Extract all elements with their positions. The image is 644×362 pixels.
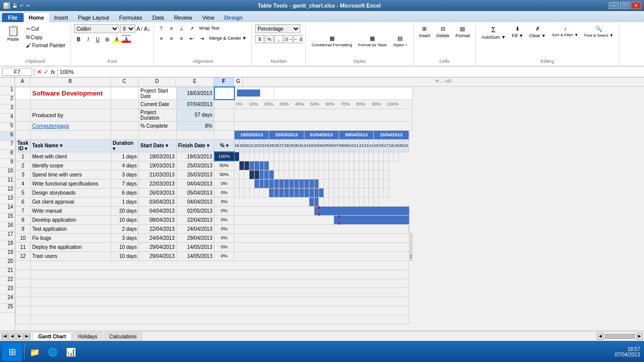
italic-button[interactable]: I (84, 35, 93, 43)
cut-button[interactable]: ✂ Cut (24, 25, 67, 33)
cell-e2[interactable]: 07/04/2013 (177, 100, 214, 109)
task-start-1[interactable]: 18/03/2013 (139, 152, 177, 161)
font-color-button[interactable]: A (122, 35, 131, 43)
task-finish-2[interactable]: 25/03/2013 (177, 161, 214, 170)
scroll-right-button[interactable]: ▶ (636, 333, 643, 340)
tab-home[interactable]: Home (24, 13, 49, 22)
cell-a5[interactable] (16, 130, 31, 139)
tab-review[interactable]: Review (169, 13, 197, 22)
align-top-button[interactable]: ⊤ (157, 24, 166, 32)
fill-color-button[interactable]: A (112, 35, 121, 43)
sheet-nav-last[interactable]: ▶| (24, 333, 31, 340)
increase-font-button[interactable]: A↑ (136, 26, 143, 32)
merge-center-button[interactable]: Merge & Center▼ (207, 34, 249, 42)
cell-e4[interactable]: 8% (177, 121, 214, 130)
cell-f3[interactable] (214, 109, 234, 121)
maximize-button[interactable]: □ (620, 2, 630, 9)
col-header-b[interactable]: B (30, 77, 111, 86)
sheet-tab-gantt[interactable]: Gantt Chart (33, 332, 71, 340)
underline-button[interactable]: U (93, 35, 102, 43)
col-header-e[interactable]: E (176, 77, 214, 86)
tab-view[interactable]: View (197, 13, 219, 22)
align-bottom-button[interactable]: ⊥ (177, 24, 186, 32)
cell-a4[interactable] (16, 121, 31, 130)
accounting-format-button[interactable]: $ (255, 35, 264, 43)
quick-access-undo[interactable]: ↩ (20, 3, 24, 8)
col-header-d[interactable]: D (138, 77, 176, 86)
cell-e3[interactable]: 57 days (177, 109, 214, 121)
task-finish-1[interactable]: 19/03/2013 (177, 152, 214, 161)
border-button[interactable]: ⊞ (103, 35, 112, 43)
cell-c2[interactable] (111, 100, 139, 109)
cell-d3[interactable]: Project Duration (139, 109, 177, 121)
delete-button[interactable]: ⊟ Delete (434, 24, 452, 40)
font-family-select[interactable]: Calibri (74, 24, 119, 33)
task-pct-1[interactable]: 100% (214, 152, 234, 161)
insert-button[interactable]: ⊞ Insert (417, 24, 433, 40)
cell-f4[interactable] (214, 121, 234, 130)
cell-b4[interactable]: Computergaga (31, 121, 111, 130)
insert-function-button[interactable]: fx (51, 69, 55, 75)
cell-f5[interactable] (214, 130, 234, 139)
bold-button[interactable]: B (74, 35, 83, 43)
fill-button[interactable]: ⬇ Fill ▼ (509, 24, 526, 40)
tab-formulas[interactable]: Formulas (114, 13, 147, 22)
task-dur-1[interactable]: 1 days (111, 152, 139, 161)
task-name-2[interactable]: Identify scope (31, 161, 111, 170)
clear-button[interactable]: ✗ Clear ▼ (527, 24, 548, 40)
cell-b2[interactable] (31, 100, 111, 109)
header-finish-date[interactable]: Finish Date ▾ (177, 139, 214, 152)
number-format-select[interactable]: Percentage General Number Currency Date (255, 24, 300, 33)
close-button[interactable]: ✕ (631, 2, 641, 9)
wrap-text-button[interactable]: Wrap Text (197, 24, 221, 32)
cell-c5[interactable] (111, 130, 139, 139)
decrease-font-button[interactable]: A↓ (144, 26, 150, 32)
sheet-nav-next[interactable]: ▶ (16, 333, 23, 340)
col-header-c[interactable]: C (111, 77, 138, 86)
autosum-button[interactable]: Σ AutoSum ▼ (479, 24, 508, 41)
indent-decrease-button[interactable]: ⇤ (187, 34, 196, 42)
align-middle-button[interactable]: ≡ (167, 24, 176, 32)
tab-insert[interactable]: Insert (49, 13, 73, 22)
task-id-2[interactable]: 2 (16, 161, 31, 170)
confirm-formula-button[interactable]: ✓ (44, 68, 49, 75)
cell-a3[interactable] (16, 109, 31, 121)
header-task-name[interactable]: Task Name ▾ (31, 139, 111, 152)
cell-c3[interactable] (111, 109, 139, 121)
taskbar-excel[interactable]: 📊 (63, 344, 79, 351)
horizontal-scrollbar[interactable]: ◀ ▶ (597, 333, 643, 340)
sort-filter-button[interactable]: ↕ Sort & Filter ▼ (549, 24, 581, 39)
cell-c1[interactable] (111, 87, 139, 100)
scroll-thumb[interactable] (605, 334, 635, 339)
quick-access-save[interactable]: 💾 (12, 3, 18, 8)
tab-file[interactable]: File (2, 13, 24, 22)
col-header-g[interactable]: G (234, 77, 243, 86)
cell-f1[interactable] (214, 87, 234, 100)
comma-style-button[interactable]: , (274, 35, 283, 43)
format-as-table-button[interactable]: ▦ Format as Table (356, 34, 389, 49)
format-button[interactable]: ▤ Format (453, 24, 472, 40)
cell-reference-input[interactable] (2, 68, 32, 76)
task-start-2[interactable]: 19/03/2013 (139, 161, 177, 170)
sheet-nav-first[interactable]: |◀ (1, 333, 8, 340)
cell-styles-button[interactable]: ▤ Styles = (390, 34, 410, 49)
font-size-select[interactable]: 9101112 (120, 24, 135, 33)
decrease-decimal-button[interactable]: ←.0 (293, 35, 302, 43)
sheet-tab-calculations[interactable]: Calculations (104, 332, 142, 340)
task-id-1[interactable]: 1 (16, 152, 31, 161)
minimize-button[interactable]: ─ (609, 2, 619, 9)
paste-button[interactable]: 📋 Paste (3, 24, 23, 43)
cell-a2[interactable] (16, 100, 31, 109)
indent-increase-button[interactable]: ⇥ (197, 34, 206, 42)
find-select-button[interactable]: 🔍 Find & Select ▼ (582, 24, 616, 39)
cell-d5[interactable] (139, 130, 177, 139)
task-name-1[interactable]: Meet with client (31, 152, 111, 161)
cell-b3[interactable]: Produced by (31, 109, 111, 121)
task-pct-2[interactable]: 50% (214, 161, 234, 170)
cell-d4[interactable]: % Complete (139, 121, 177, 130)
tab-page-layout[interactable]: Page Layout (73, 13, 114, 22)
col-header-f[interactable]: F (214, 77, 234, 86)
cell-d2[interactable]: Current Date (139, 100, 177, 109)
sheet-tab-holidays[interactable]: Holidays (72, 332, 103, 340)
header-percent[interactable]: % ▾ (214, 139, 234, 152)
